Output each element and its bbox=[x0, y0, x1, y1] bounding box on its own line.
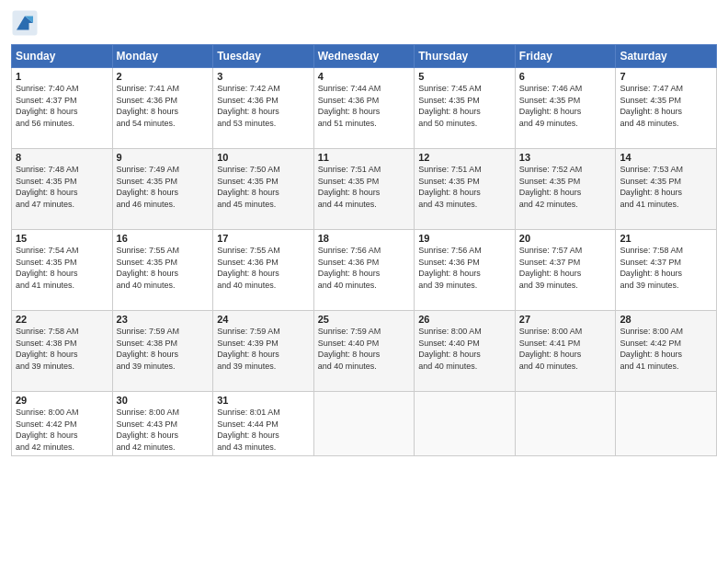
day-info: Sunrise: 7:42 AM Sunset: 4:36 PM Dayligh… bbox=[217, 83, 310, 129]
calendar-cell: 30 Sunrise: 8:00 AM Sunset: 4:43 PM Dayl… bbox=[112, 392, 213, 456]
calendar-cell: 4 Sunrise: 7:44 AM Sunset: 4:36 PM Dayli… bbox=[313, 68, 415, 149]
calendar-cell: 26 Sunrise: 8:00 AM Sunset: 4:40 PM Dayl… bbox=[415, 311, 516, 392]
calendar-week-row: 1 Sunrise: 7:40 AM Sunset: 4:37 PM Dayli… bbox=[12, 68, 717, 149]
day-info: Sunrise: 8:01 AM Sunset: 4:44 PM Dayligh… bbox=[217, 407, 310, 453]
calendar-week-row: 8 Sunrise: 7:48 AM Sunset: 4:35 PM Dayli… bbox=[12, 149, 717, 230]
weekday-header: Sunday bbox=[12, 45, 113, 68]
day-info: Sunrise: 7:57 AM Sunset: 4:37 PM Dayligh… bbox=[519, 245, 612, 291]
day-info: Sunrise: 7:41 AM Sunset: 4:36 PM Dayligh… bbox=[117, 83, 210, 129]
calendar-cell: 5 Sunrise: 7:45 AM Sunset: 4:35 PM Dayli… bbox=[415, 68, 516, 149]
day-info: Sunrise: 7:58 AM Sunset: 4:37 PM Dayligh… bbox=[620, 245, 712, 291]
weekday-header: Monday bbox=[112, 45, 213, 68]
day-number: 17 bbox=[217, 233, 310, 244]
calendar-cell bbox=[515, 392, 616, 456]
day-number: 31 bbox=[217, 395, 310, 406]
day-number: 5 bbox=[418, 71, 511, 82]
day-info: Sunrise: 7:58 AM Sunset: 4:38 PM Dayligh… bbox=[16, 326, 108, 372]
calendar-cell: 23 Sunrise: 7:59 AM Sunset: 4:38 PM Dayl… bbox=[112, 311, 213, 392]
day-number: 15 bbox=[16, 233, 108, 244]
day-number: 24 bbox=[217, 314, 310, 325]
day-info: Sunrise: 8:00 AM Sunset: 4:40 PM Dayligh… bbox=[418, 326, 511, 372]
day-number: 28 bbox=[620, 314, 712, 325]
calendar-cell: 14 Sunrise: 7:53 AM Sunset: 4:35 PM Dayl… bbox=[616, 149, 717, 230]
calendar-cell bbox=[616, 392, 717, 456]
day-number: 18 bbox=[318, 233, 411, 244]
day-number: 2 bbox=[117, 71, 210, 82]
day-number: 4 bbox=[318, 71, 411, 82]
day-info: Sunrise: 7:59 AM Sunset: 4:40 PM Dayligh… bbox=[318, 326, 411, 372]
calendar-cell: 2 Sunrise: 7:41 AM Sunset: 4:36 PM Dayli… bbox=[112, 68, 213, 149]
day-info: Sunrise: 8:00 AM Sunset: 4:42 PM Dayligh… bbox=[620, 326, 712, 372]
day-info: Sunrise: 7:51 AM Sunset: 4:35 PM Dayligh… bbox=[418, 164, 511, 210]
day-number: 3 bbox=[217, 71, 310, 82]
day-info: Sunrise: 7:59 AM Sunset: 4:39 PM Dayligh… bbox=[217, 326, 310, 372]
day-info: Sunrise: 7:55 AM Sunset: 4:35 PM Dayligh… bbox=[117, 245, 210, 291]
day-number: 27 bbox=[519, 314, 612, 325]
calendar-cell: 19 Sunrise: 7:56 AM Sunset: 4:36 PM Dayl… bbox=[415, 230, 516, 311]
day-number: 12 bbox=[418, 152, 511, 163]
calendar-cell: 15 Sunrise: 7:54 AM Sunset: 4:35 PM Dayl… bbox=[12, 230, 113, 311]
day-info: Sunrise: 7:56 AM Sunset: 4:36 PM Dayligh… bbox=[318, 245, 411, 291]
day-number: 22 bbox=[16, 314, 108, 325]
day-info: Sunrise: 7:50 AM Sunset: 4:35 PM Dayligh… bbox=[217, 164, 310, 210]
calendar-cell: 7 Sunrise: 7:47 AM Sunset: 4:35 PM Dayli… bbox=[616, 68, 717, 149]
day-number: 30 bbox=[117, 395, 210, 406]
day-info: Sunrise: 8:00 AM Sunset: 4:41 PM Dayligh… bbox=[519, 326, 612, 372]
calendar-cell: 9 Sunrise: 7:49 AM Sunset: 4:35 PM Dayli… bbox=[112, 149, 213, 230]
day-number: 16 bbox=[117, 233, 210, 244]
calendar-cell: 6 Sunrise: 7:46 AM Sunset: 4:35 PM Dayli… bbox=[515, 68, 616, 149]
day-info: Sunrise: 8:00 AM Sunset: 4:43 PM Dayligh… bbox=[117, 407, 210, 453]
calendar-cell: 12 Sunrise: 7:51 AM Sunset: 4:35 PM Dayl… bbox=[415, 149, 516, 230]
calendar-cell: 13 Sunrise: 7:52 AM Sunset: 4:35 PM Dayl… bbox=[515, 149, 616, 230]
day-info: Sunrise: 7:49 AM Sunset: 4:35 PM Dayligh… bbox=[117, 164, 210, 210]
calendar-week-row: 15 Sunrise: 7:54 AM Sunset: 4:35 PM Dayl… bbox=[12, 230, 717, 311]
calendar-cell: 18 Sunrise: 7:56 AM Sunset: 4:36 PM Dayl… bbox=[313, 230, 415, 311]
weekday-header-row: SundayMondayTuesdayWednesdayThursdayFrid… bbox=[12, 45, 717, 68]
calendar-cell: 11 Sunrise: 7:51 AM Sunset: 4:35 PM Dayl… bbox=[313, 149, 415, 230]
day-number: 19 bbox=[418, 233, 511, 244]
day-info: Sunrise: 7:59 AM Sunset: 4:38 PM Dayligh… bbox=[117, 326, 210, 372]
calendar-cell: 10 Sunrise: 7:50 AM Sunset: 4:35 PM Dayl… bbox=[213, 149, 314, 230]
day-number: 23 bbox=[117, 314, 210, 325]
day-info: Sunrise: 7:48 AM Sunset: 4:35 PM Dayligh… bbox=[16, 164, 108, 210]
calendar-cell: 31 Sunrise: 8:01 AM Sunset: 4:44 PM Dayl… bbox=[213, 392, 314, 456]
calendar-cell bbox=[313, 392, 415, 456]
weekday-header: Thursday bbox=[415, 45, 516, 68]
day-info: Sunrise: 7:54 AM Sunset: 4:35 PM Dayligh… bbox=[16, 245, 108, 291]
calendar-cell: 20 Sunrise: 7:57 AM Sunset: 4:37 PM Dayl… bbox=[515, 230, 616, 311]
calendar-cell: 29 Sunrise: 8:00 AM Sunset: 4:42 PM Dayl… bbox=[12, 392, 113, 456]
day-number: 9 bbox=[117, 152, 210, 163]
day-number: 29 bbox=[16, 395, 108, 406]
calendar-cell: 3 Sunrise: 7:42 AM Sunset: 4:36 PM Dayli… bbox=[213, 68, 314, 149]
day-info: Sunrise: 7:52 AM Sunset: 4:35 PM Dayligh… bbox=[519, 164, 612, 210]
day-number: 11 bbox=[318, 152, 411, 163]
day-info: Sunrise: 7:56 AM Sunset: 4:36 PM Dayligh… bbox=[418, 245, 511, 291]
calendar-cell: 22 Sunrise: 7:58 AM Sunset: 4:38 PM Dayl… bbox=[12, 311, 113, 392]
day-info: Sunrise: 7:44 AM Sunset: 4:36 PM Dayligh… bbox=[318, 83, 411, 129]
day-info: Sunrise: 7:55 AM Sunset: 4:36 PM Dayligh… bbox=[217, 245, 310, 291]
calendar-cell: 1 Sunrise: 7:40 AM Sunset: 4:37 PM Dayli… bbox=[12, 68, 113, 149]
calendar-week-row: 29 Sunrise: 8:00 AM Sunset: 4:42 PM Dayl… bbox=[12, 392, 717, 456]
calendar-week-row: 22 Sunrise: 7:58 AM Sunset: 4:38 PM Dayl… bbox=[12, 311, 717, 392]
calendar-cell: 17 Sunrise: 7:55 AM Sunset: 4:36 PM Dayl… bbox=[213, 230, 314, 311]
day-info: Sunrise: 7:53 AM Sunset: 4:35 PM Dayligh… bbox=[620, 164, 712, 210]
header bbox=[11, 9, 717, 37]
day-number: 20 bbox=[519, 233, 612, 244]
day-info: Sunrise: 8:00 AM Sunset: 4:42 PM Dayligh… bbox=[16, 407, 108, 453]
calendar-cell: 25 Sunrise: 7:59 AM Sunset: 4:40 PM Dayl… bbox=[313, 311, 415, 392]
day-number: 26 bbox=[418, 314, 511, 325]
calendar-cell: 24 Sunrise: 7:59 AM Sunset: 4:39 PM Dayl… bbox=[213, 311, 314, 392]
day-info: Sunrise: 7:51 AM Sunset: 4:35 PM Dayligh… bbox=[318, 164, 411, 210]
day-number: 21 bbox=[620, 233, 712, 244]
weekday-header: Saturday bbox=[616, 45, 717, 68]
calendar-cell: 8 Sunrise: 7:48 AM Sunset: 4:35 PM Dayli… bbox=[12, 149, 113, 230]
day-number: 14 bbox=[620, 152, 712, 163]
calendar-cell: 27 Sunrise: 8:00 AM Sunset: 4:41 PM Dayl… bbox=[515, 311, 616, 392]
day-number: 13 bbox=[519, 152, 612, 163]
weekday-header: Wednesday bbox=[313, 45, 415, 68]
weekday-header: Tuesday bbox=[213, 45, 314, 68]
day-number: 25 bbox=[318, 314, 411, 325]
logo-icon bbox=[11, 9, 39, 37]
calendar-cell bbox=[415, 392, 516, 456]
day-info: Sunrise: 7:47 AM Sunset: 4:35 PM Dayligh… bbox=[620, 83, 712, 129]
